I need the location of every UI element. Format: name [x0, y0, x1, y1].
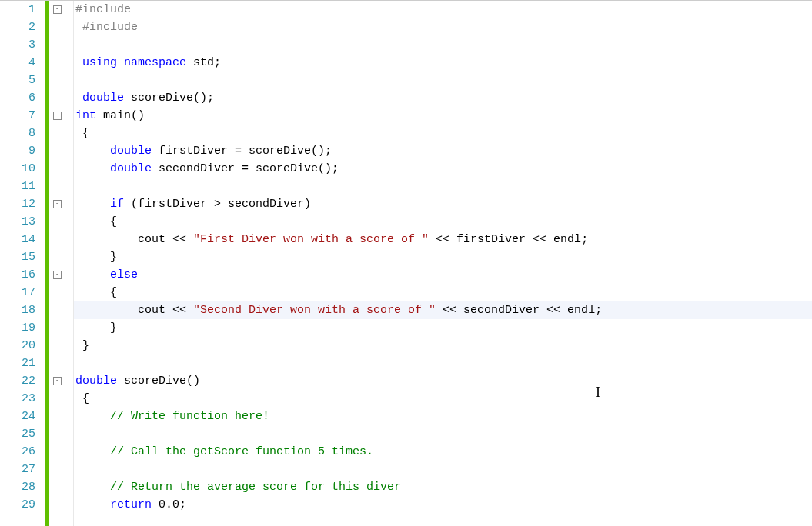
code-line[interactable]: #include	[74, 18, 812, 36]
line-number: 26	[0, 443, 35, 461]
line-number: 12	[0, 195, 35, 213]
line-number: 2	[0, 18, 35, 36]
fold-toggle[interactable]: -	[53, 271, 62, 279]
code-line[interactable]: double secondDiver = scoreDive();	[74, 160, 812, 178]
code-line[interactable]: cout << "Second Diver won with a score o…	[74, 301, 812, 319]
code-editor[interactable]: 1234567891011121314151617181920212223242…	[0, 0, 812, 526]
code-line[interactable]: }	[74, 337, 812, 355]
code-line[interactable]	[74, 72, 812, 89]
code-line[interactable]: double scoreDive()	[74, 372, 812, 390]
line-number: 18	[0, 301, 35, 319]
code-line[interactable]: {	[74, 390, 812, 408]
code-line[interactable]: return 0.0;	[74, 496, 812, 514]
change-indicator	[45, 1, 49, 526]
line-number: 27	[0, 461, 35, 478]
code-area[interactable]: I #include #include using namespace std;…	[74, 1, 812, 526]
fold-margin: -----	[45, 1, 74, 526]
fold-toggle[interactable]: -	[53, 5, 62, 14]
line-number: 14	[0, 231, 35, 248]
code-line[interactable]	[74, 425, 812, 443]
line-number: 22	[0, 372, 35, 390]
line-number: 9	[0, 142, 35, 160]
code-line[interactable]: else	[74, 266, 812, 284]
line-number: 24	[0, 408, 35, 425]
code-line[interactable]: int main()	[74, 107, 812, 125]
code-line[interactable]	[74, 461, 812, 478]
line-number: 16	[0, 266, 35, 284]
line-number: 6	[0, 89, 35, 107]
code-line[interactable]	[74, 178, 812, 195]
line-number: 29	[0, 496, 35, 514]
line-number: 19	[0, 319, 35, 337]
code-line[interactable]: {	[74, 125, 812, 142]
code-line[interactable]: double firstDiver = scoreDive();	[74, 142, 812, 160]
line-number: 7	[0, 107, 35, 125]
line-number: 20	[0, 337, 35, 355]
line-number: 1	[0, 1, 35, 18]
line-number: 15	[0, 248, 35, 266]
line-number: 28	[0, 478, 35, 496]
line-number: 23	[0, 390, 35, 408]
code-line[interactable]: #include	[74, 1, 812, 18]
code-line[interactable]	[74, 355, 812, 372]
code-line[interactable]: }	[74, 319, 812, 337]
line-number: 10	[0, 160, 35, 178]
line-number: 5	[0, 72, 35, 89]
line-number: 3	[0, 36, 35, 54]
code-line[interactable]: // Write function here!	[74, 408, 812, 425]
code-line[interactable]: }	[74, 248, 812, 266]
line-number: 21	[0, 355, 35, 372]
line-number: 4	[0, 54, 35, 72]
fold-toggle[interactable]: -	[53, 112, 62, 120]
line-number-gutter: 1234567891011121314151617181920212223242…	[0, 1, 45, 526]
line-number: 11	[0, 178, 35, 195]
code-line[interactable]: // Call the getScore function 5 times.	[74, 443, 812, 461]
line-number: 8	[0, 125, 35, 142]
line-number: 25	[0, 425, 35, 443]
code-line[interactable]: double scoreDive();	[74, 89, 812, 107]
code-line[interactable]: using namespace std;	[74, 54, 812, 72]
fold-toggle[interactable]: -	[53, 377, 62, 385]
code-line[interactable]	[74, 36, 812, 54]
code-line[interactable]: // Return the average score for this div…	[74, 478, 812, 496]
line-number: 17	[0, 284, 35, 301]
code-line[interactable]: if (firstDiver > secondDiver)	[74, 195, 812, 213]
code-line[interactable]: {	[74, 284, 812, 301]
code-line[interactable]: cout << "First Diver won with a score of…	[74, 231, 812, 248]
line-number: 13	[0, 213, 35, 231]
fold-toggle[interactable]: -	[53, 200, 62, 208]
code-line[interactable]: {	[74, 213, 812, 231]
